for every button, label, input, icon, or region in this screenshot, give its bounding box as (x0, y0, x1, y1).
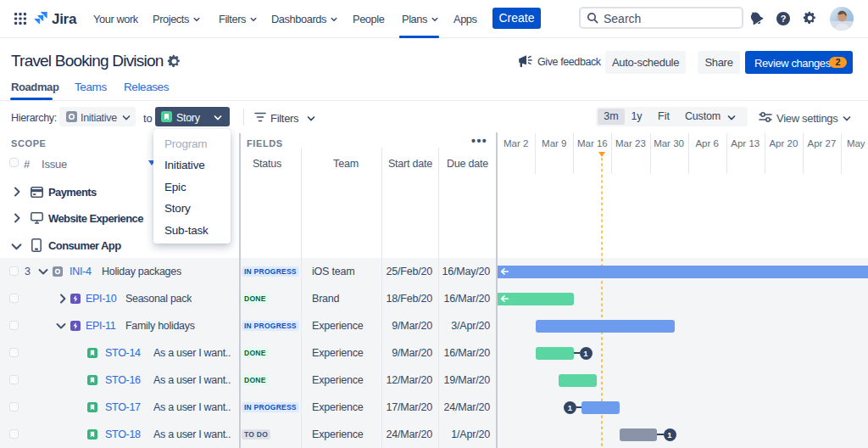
svg-text:?: ? (781, 14, 787, 24)
